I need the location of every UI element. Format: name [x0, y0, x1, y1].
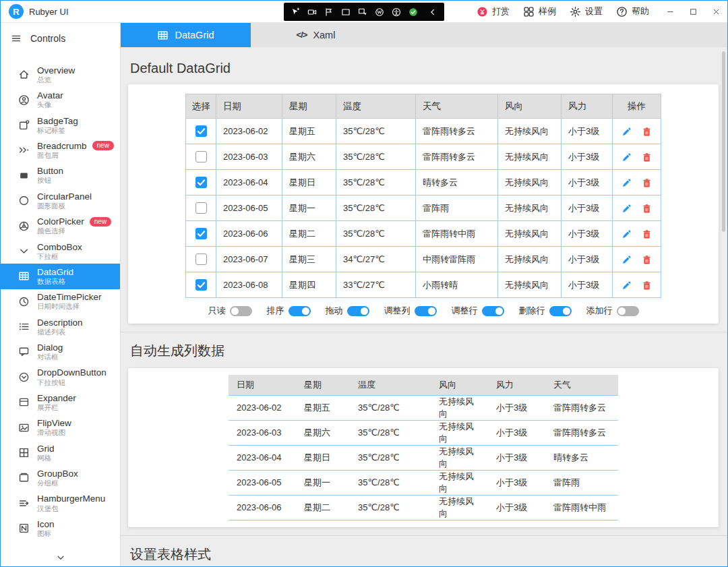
table-cell: 雷阵雨转中雨 [416, 221, 498, 247]
sidebar-item-dropdownbutton[interactable]: DropDownButton下拉按钮 [1, 365, 120, 390]
sidebar-item-icon[interactable]: Icon图标 [1, 516, 120, 541]
delete-icon[interactable] [642, 127, 652, 137]
delete-icon[interactable] [642, 229, 652, 239]
sidebar-item-flipview[interactable]: FlipView滑动视图 [1, 415, 120, 440]
column-header[interactable]: 选择 [186, 94, 216, 119]
edit-icon[interactable] [621, 178, 632, 188]
toggle-switch[interactable] [415, 306, 437, 316]
column-header[interactable]: 星期 [296, 375, 350, 395]
toggle-switch[interactable] [549, 306, 572, 316]
column-header[interactable]: 星期 [282, 94, 336, 119]
sidebar-item-circularpanel[interactable]: CircularPanel圆形面板 [1, 188, 120, 213]
delete-icon[interactable] [642, 204, 652, 214]
sidebar-item-badgetag[interactable]: BadgeTag标记标签 [1, 113, 120, 138]
sidebar-item-overview[interactable]: Overview总览 [1, 62, 120, 87]
sidebar-item-grid[interactable]: Grid网格 [1, 440, 120, 465]
delete-icon[interactable] [642, 280, 652, 291]
delete-icon[interactable] [642, 255, 652, 265]
sidebar-item-datagrid[interactable]: DataGrid数据表格 [1, 264, 120, 289]
chevron-down-icon [56, 553, 65, 562]
sidebar-item-label: Description [37, 318, 83, 328]
help-button[interactable]: 帮助 [616, 5, 649, 18]
table-cell: 无持续风向 [431, 495, 488, 520]
donate-button[interactable]: 打赏 [477, 5, 510, 18]
sidebar-item-dialog[interactable]: Dialog对话框 [1, 339, 120, 364]
sidebar-item-label: ComboBox [37, 242, 82, 252]
edit-icon[interactable] [621, 280, 632, 291]
samples-button[interactable]: 样例 [523, 5, 556, 18]
camera-icon[interactable] [307, 7, 317, 17]
column-header[interactable]: 风力 [562, 94, 613, 119]
toggle-group: 添加行 [586, 305, 639, 317]
edit-icon[interactable] [621, 255, 632, 265]
edit-icon[interactable] [621, 204, 632, 214]
sidebar-item-button[interactable]: Button按钮 [1, 163, 120, 188]
column-header[interactable]: 操作 [613, 94, 661, 119]
home-icon [18, 69, 30, 80]
row-checkbox[interactable] [195, 177, 207, 188]
sidebar-item-colorpicker[interactable]: ColorPickernew颜色选择 [1, 213, 120, 238]
collapse-left-icon[interactable] [428, 7, 437, 17]
close-button[interactable] [704, 1, 727, 23]
description-list-icon [18, 321, 30, 332]
sidebar-item-datetimepicker[interactable]: DateTimePicker日期时间选择 [1, 289, 120, 314]
toggle-switch[interactable] [482, 306, 504, 316]
sidebar-item-avatar[interactable]: Avatar头像 [1, 87, 120, 112]
column-header[interactable]: 温度 [350, 375, 431, 395]
row-checkbox[interactable] [195, 202, 207, 214]
column-header[interactable]: 风向 [431, 375, 488, 395]
column-header[interactable]: 日期 [216, 94, 282, 119]
row-checkbox[interactable] [195, 279, 207, 291]
toggle-switch[interactable] [347, 306, 369, 316]
vertical-scrollbar[interactable] [722, 51, 726, 564]
sidebar-item-expander[interactable]: Expander展开栏 [1, 390, 120, 415]
tab-xaml[interactable]: </> Xaml [251, 23, 381, 47]
minimize-button[interactable] [659, 1, 681, 23]
capture-icon[interactable] [358, 7, 367, 17]
sidebar-item-combobox[interactable]: ComboBox下拉框 [1, 239, 120, 264]
confirm-check-icon[interactable] [408, 7, 418, 17]
column-header[interactable]: 风向 [498, 94, 562, 119]
sidebar-item-hamburgermenu[interactable]: HamburgerMenu汉堡包 [1, 491, 120, 516]
column-header[interactable]: 天气 [545, 375, 618, 395]
toggle-switch[interactable] [230, 306, 252, 316]
edit-icon[interactable] [621, 229, 632, 239]
sidebar-item-label: DateTimePicker [37, 292, 102, 302]
row-checkbox[interactable] [195, 151, 207, 162]
toggle-label: 删除行 [519, 305, 545, 317]
toggle-switch[interactable] [289, 306, 311, 316]
column-header[interactable]: 日期 [229, 375, 296, 395]
sidebar-item-breadcrumb[interactable]: Breadcrumbnew面包屑 [1, 138, 120, 162]
tab-datagrid[interactable]: DataGrid [121, 23, 251, 47]
delete-icon[interactable] [642, 152, 652, 162]
accessibility-icon[interactable] [392, 7, 401, 17]
column-header[interactable]: 温度 [336, 94, 416, 119]
table-cell: 星期日 [296, 445, 350, 470]
sidebar-header: Controls [1, 23, 120, 54]
badge-tag-icon [18, 119, 30, 131]
edit-icon[interactable] [621, 127, 632, 137]
row-checkbox[interactable] [195, 253, 207, 265]
sidebar-item-groupbox[interactable]: GroupBox分组框 [1, 465, 120, 490]
settings-button[interactable]: 设置 [570, 5, 603, 18]
row-checkbox[interactable] [195, 228, 207, 239]
table-row: 2023-06-06星期二35℃/28℃雷阵雨转中雨无持续风向小于3级 [186, 221, 661, 247]
sidebar-scroll-more[interactable] [1, 549, 120, 566]
content-area: Default DataGrid 选择日期星期温度天气风向风力操作2023-06… [121, 47, 727, 566]
table-cell: 雷阵雨转中雨 [545, 495, 618, 520]
row-checkbox[interactable] [195, 125, 207, 137]
rectangle-icon[interactable] [341, 7, 351, 17]
maximize-button[interactable] [681, 1, 704, 23]
scrollbar-thumb[interactable] [722, 51, 725, 232]
sidebar-item-description[interactable]: Description描述列表 [1, 314, 120, 339]
column-header[interactable]: 风力 [488, 375, 545, 395]
record-w-icon[interactable] [375, 7, 384, 17]
cursor-add-icon[interactable] [291, 7, 300, 17]
toggle-switch[interactable] [617, 306, 639, 316]
sidebar-item-label: Breadcrumb [37, 141, 87, 151]
edit-icon[interactable] [621, 152, 632, 162]
delete-icon[interactable] [642, 178, 652, 188]
column-header[interactable]: 天气 [416, 94, 498, 119]
hamburger-menu-icon[interactable] [11, 33, 22, 44]
flag-icon[interactable] [324, 7, 334, 17]
